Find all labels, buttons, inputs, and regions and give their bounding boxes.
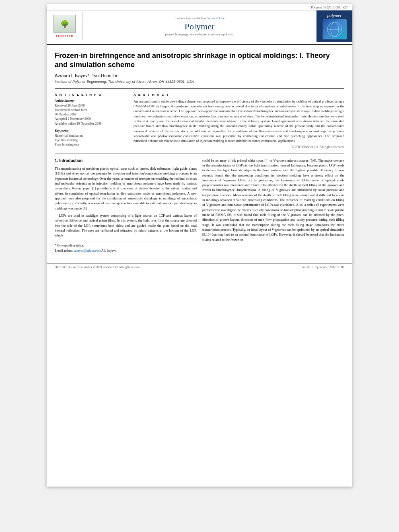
- body-content: 1. Introduction The manufacturing of pre…: [55, 154, 344, 254]
- accepted-line: Accepted 2 November 2009: [55, 117, 122, 121]
- sciencedirect-link: Contents lists available at ScienceDirec…: [85, 16, 314, 20]
- abstract-heading: A B S T R A C T: [134, 93, 344, 97]
- page-footer: 0032-3861/$ – see front matter © 2009 El…: [47, 263, 352, 271]
- citation-text: Polymer 51 (2010) 316–327: [311, 6, 348, 9]
- intro-para1: The manufacturing of precision plastic o…: [55, 166, 197, 211]
- received-revised-label: Received in revised form: [55, 108, 122, 112]
- keyword3: Flow birefringence: [55, 142, 122, 147]
- journal-banner: 🌳 ELSEVIER Contents lists available at S…: [47, 10, 352, 42]
- article-affiliation: Institute of Polymer Engineering, The Un…: [55, 80, 344, 84]
- footnote-email[interactable]: aisayev@uakron.edu: [74, 249, 100, 253]
- article-page: Polymer 51 (2010) 316–327 🌳 ELSEVIER Con…: [47, 4, 352, 487]
- polymer-logo-text: polymer: [327, 13, 341, 18]
- article-info-abstract: A R T I C L E I N F O Article history: R…: [55, 88, 344, 149]
- article-info-panel: A R T I C L E I N F O Article history: R…: [55, 93, 127, 149]
- section1-heading: 1. Introduction: [55, 158, 197, 164]
- footnote-area: * Corresponding author. E-mail address: …: [55, 242, 197, 253]
- received-line: Received 20 June 2009: [55, 103, 122, 108]
- footnote-corresponding: * Corresponding author.: [55, 244, 197, 248]
- received-revised-date: 30 October 2009: [55, 112, 122, 117]
- elsevier-tree-icon: 🌳: [53, 15, 76, 33]
- keyword1: Numerical simulation: [55, 134, 122, 138]
- article-history-label: Article history:: [55, 99, 122, 103]
- available-line: Available online 10 November 2009: [55, 121, 122, 126]
- contents-label: Contents lists available at: [174, 16, 207, 20]
- main-content: Frozen-in birefringence and anisotropic …: [47, 45, 352, 260]
- footnote-email-label: E-mail address:: [55, 249, 74, 253]
- footnote-email-line: E-mail address: aisayev@uakron.edu (A.I.…: [55, 249, 197, 253]
- keyword2: Injection molding: [55, 138, 122, 142]
- footnote-author-name: (A.I. Isayev).: [101, 249, 117, 253]
- journal-citation: Polymer 51 (2010) 316–327: [47, 4, 352, 10]
- body-right-column: could be an array of ink printed white s…: [202, 158, 344, 254]
- article-title: Frozen-in birefringence and anisotropic …: [55, 51, 344, 70]
- elsevier-logo: 🌳 ELSEVIER: [47, 12, 83, 40]
- journal-title: Polymer: [85, 21, 314, 32]
- footer-doi: doi:10.1016/j.polymer.2009.11.006: [302, 265, 344, 269]
- article-info-heading: A R T I C L E I N F O: [55, 93, 122, 97]
- section1-number: 1.: [55, 158, 58, 163]
- abstract-panel: A B S T R A C T An unconditionally stabl…: [134, 93, 344, 149]
- elsevier-text: ELSEVIER: [56, 34, 73, 37]
- intro-para2: LGPs are used in backlight system compri…: [55, 213, 197, 238]
- body-left-column: 1. Introduction The manufacturing of pre…: [55, 158, 197, 254]
- sciencedirect-name[interactable]: ScienceDirect: [208, 16, 226, 20]
- copyright-line: © 2009 Elsevier Ltd. All rights reserved…: [134, 145, 344, 149]
- polymer-logo-box: polymer: [316, 10, 352, 42]
- journal-center: Contents lists available at ScienceDirec…: [83, 14, 316, 39]
- abstract-text: An unconditionally stable upwinding sche…: [134, 99, 344, 144]
- keywords-label: Keywords:: [55, 129, 122, 133]
- right-para1: could be an array of ink printed white s…: [202, 158, 344, 242]
- article-authors: Avraam I. Isayev*, Tsui-Hsun Lin: [55, 73, 344, 78]
- journal-header: Polymer 51 (2010) 316–327 🌳 ELSEVIER Con…: [47, 4, 352, 45]
- keywords-section: Keywords: Numerical simulation Injection…: [55, 129, 122, 147]
- polymer-logo-image: [323, 19, 347, 39]
- section1-title: Introduction: [59, 158, 82, 163]
- journal-homepage: journal homepage: www.elsevier.com/locat…: [85, 33, 314, 36]
- footer-issn: 0032-3861/$ – see front matter © 2009 El…: [55, 265, 142, 269]
